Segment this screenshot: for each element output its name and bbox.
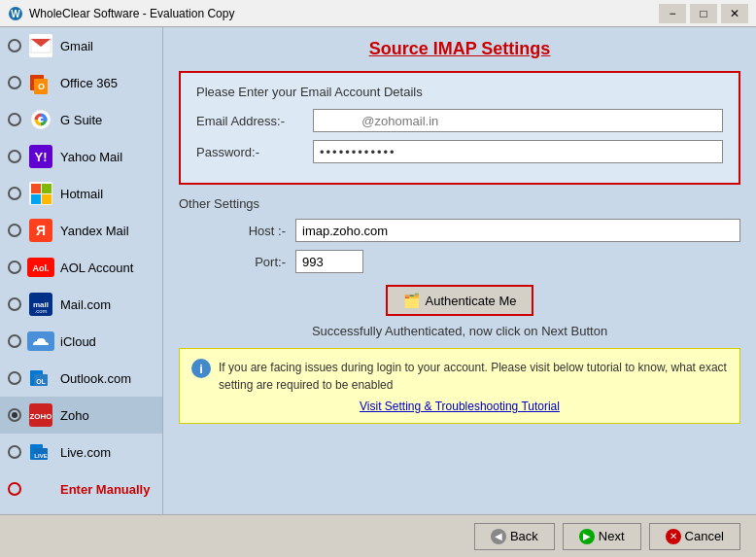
minimize-button[interactable]: −	[659, 4, 686, 23]
info-box-content: i If you are facing issues during login …	[191, 359, 728, 394]
host-label: Host :-	[198, 224, 286, 238]
sidebar-item-yahoo[interactable]: Y! Yahoo Mail	[0, 138, 162, 175]
other-settings-title: Other Settings	[179, 196, 740, 211]
back-button[interactable]: ◀ Back	[474, 523, 555, 550]
cancel-icon: ✕	[666, 529, 681, 544]
window-controls: − □ ✕	[659, 4, 748, 23]
manually-icon	[27, 475, 54, 503]
gmail-icon	[27, 32, 54, 59]
port-input[interactable]	[295, 250, 363, 273]
sidebar-label-office365: Office 365	[60, 76, 118, 90]
svg-text:Aol.: Aol.	[33, 263, 50, 273]
info-text: If you are facing issues during login to…	[219, 359, 728, 394]
aol-icon: Aol.	[27, 254, 54, 281]
title-bar: W WholeClear Software - Evaluation Copy …	[0, 0, 756, 27]
svg-text:W: W	[11, 9, 20, 19]
hotmail-icon	[27, 180, 54, 207]
svg-text:Я: Я	[36, 223, 46, 238]
sidebar-label-zoho: Zoho	[60, 408, 89, 423]
window-title: WholeClear Software - Evaluation Copy	[29, 7, 659, 20]
sidebar-item-mailcom[interactable]: mail .com Mail.com	[0, 286, 162, 323]
info-box: i If you are facing issues during login …	[179, 348, 740, 424]
sidebar-item-office365[interactable]: O Office 365	[0, 64, 162, 101]
sidebar-label-hotmail: Hotmail	[60, 187, 103, 201]
host-row: Host :-	[179, 219, 740, 242]
sidebar-label-icloud: iCloud	[60, 334, 96, 349]
back-icon: ◀	[491, 529, 506, 544]
sidebar-label-manually: Enter Manually	[60, 482, 150, 497]
account-details-box: Please Enter your Email Account Details …	[179, 71, 740, 185]
sidebar-item-gmail[interactable]: Gmail	[0, 27, 162, 64]
sidebar-label-yandex: Yandex Mail	[60, 224, 129, 238]
maximize-button[interactable]: □	[690, 4, 717, 23]
radio-aol	[8, 261, 21, 274]
gsuite-icon	[27, 106, 54, 133]
radio-office365	[8, 76, 21, 89]
account-box-title: Please Enter your Email Account Details	[196, 85, 723, 99]
sidebar-label-yahoo: Yahoo Mail	[60, 150, 122, 164]
radio-gmail	[8, 39, 21, 52]
port-row: Port:-	[179, 250, 740, 273]
sidebar: Gmail O Office 365	[0, 27, 163, 514]
cancel-label: Cancel	[685, 529, 724, 543]
sidebar-item-manually[interactable]: Enter Manually	[0, 470, 162, 507]
sidebar-label-mailcom: Mail.com	[60, 297, 111, 312]
sidebar-item-icloud[interactable]: iCloud	[0, 323, 162, 360]
svg-text:ZOHO: ZOHO	[29, 412, 52, 421]
zoho-icon: ZOHO	[27, 401, 54, 429]
office365-icon: O	[27, 69, 54, 96]
app-icon: W	[8, 6, 23, 21]
next-label: Next	[599, 529, 625, 543]
email-input[interactable]	[313, 109, 723, 132]
content-area: Source IMAP Settings Please Enter your E…	[163, 27, 756, 514]
sidebar-label-live: Live.com	[60, 445, 111, 460]
bottom-bar: ◀ Back ▶ Next ✕ Cancel	[0, 514, 756, 557]
sidebar-item-yandex[interactable]: Я Yandex Mail	[0, 212, 162, 249]
password-input[interactable]	[313, 140, 723, 163]
main-container: Gmail O Office 365	[0, 27, 756, 514]
authenticate-button[interactable]: 🗂️ Authenticate Me	[386, 285, 534, 316]
mailcom-icon: mail .com	[27, 291, 54, 318]
radio-icloud	[8, 334, 21, 348]
radio-manually	[8, 482, 21, 496]
sidebar-item-aol[interactable]: Aol. AOL Account	[0, 249, 162, 286]
live-icon: LIVE	[27, 438, 54, 466]
host-input[interactable]	[295, 219, 740, 242]
outlook-icon: OL	[27, 365, 54, 392]
authenticate-label: Authenticate Me	[426, 294, 517, 308]
yahoo-icon: Y!	[27, 143, 54, 170]
sidebar-item-hotmail[interactable]: Hotmail	[0, 175, 162, 212]
next-icon: ▶	[579, 529, 595, 544]
sidebar-label-aol: AOL Account	[60, 261, 133, 275]
sidebar-item-live[interactable]: LIVE Live.com	[0, 434, 162, 470]
radio-hotmail	[8, 187, 21, 200]
sidebar-item-outlook[interactable]: OL Outlook.com	[0, 360, 162, 397]
password-row: Password:-	[196, 140, 723, 163]
radio-live	[8, 445, 21, 459]
svg-text:LIVE: LIVE	[34, 453, 47, 459]
radio-yandex	[8, 224, 21, 237]
sidebar-label-gsuite: G Suite	[60, 113, 102, 127]
next-button[interactable]: ▶ Next	[563, 523, 641, 550]
close-button[interactable]: ✕	[721, 4, 748, 23]
password-label: Password:-	[196, 145, 313, 159]
info-link[interactable]: Visit Setting & Troubleshooting Tutorial	[191, 400, 728, 413]
port-label: Port:-	[198, 255, 286, 269]
svg-text:Y!: Y!	[35, 150, 48, 164]
authenticate-wrap: 🗂️ Authenticate Me	[179, 285, 740, 316]
svg-rect-13	[31, 184, 41, 193]
info-icon: i	[191, 359, 211, 378]
sidebar-item-zoho[interactable]: ZOHO Zoho	[0, 397, 162, 434]
radio-yahoo	[8, 150, 21, 163]
icloud-icon	[27, 328, 54, 355]
svg-rect-15	[31, 194, 41, 204]
svg-text:OL: OL	[36, 378, 46, 385]
svg-rect-14	[42, 184, 52, 193]
sidebar-label-gmail: Gmail	[60, 39, 93, 53]
back-label: Back	[510, 529, 538, 543]
page-title: Source IMAP Settings	[179, 39, 740, 59]
radio-zoho	[8, 408, 21, 422]
svg-text:.com: .com	[34, 308, 47, 314]
cancel-button[interactable]: ✕ Cancel	[649, 523, 740, 550]
sidebar-item-gsuite[interactable]: G Suite	[0, 101, 162, 138]
